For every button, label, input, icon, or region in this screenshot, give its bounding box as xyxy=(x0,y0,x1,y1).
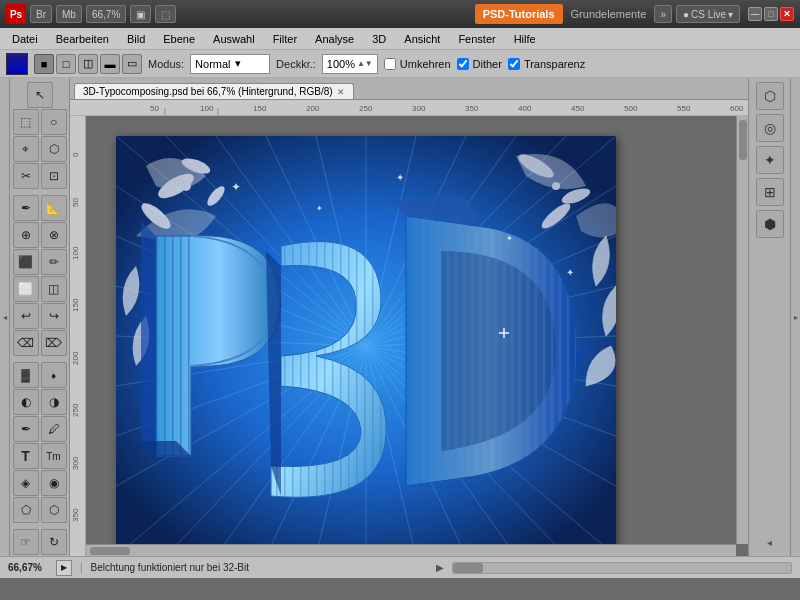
transparenz-checkbox[interactable] xyxy=(508,58,520,70)
shape-option3-btn[interactable]: ▭ xyxy=(122,54,142,74)
layers-panel-btn[interactable]: ⬡ xyxy=(756,82,784,110)
tool-row-1: ↖ xyxy=(27,82,53,108)
zoom-display[interactable]: 66,7 % xyxy=(86,5,126,23)
tab-close-btn[interactable]: ✕ xyxy=(337,87,345,97)
deckraft-label: Deckkr.: xyxy=(276,58,316,70)
brush-tool[interactable]: ⬛ xyxy=(13,249,39,275)
bg-eraser-tool[interactable]: ⌦ xyxy=(41,330,67,356)
burn-tool[interactable]: ◑ xyxy=(41,389,67,415)
art-history-tool[interactable]: ↪ xyxy=(41,303,67,329)
psd-tutorials-tab[interactable]: PSD-Tutorials xyxy=(475,4,563,24)
svg-text:50: 50 xyxy=(71,198,80,207)
lasso-tool[interactable]: ⌖ xyxy=(13,136,39,162)
masks-btn[interactable]: ✦ xyxy=(756,146,784,174)
slice-tool[interactable]: ⊡ xyxy=(41,163,67,189)
paint-bucket-tool[interactable]: ⬧ xyxy=(41,362,67,388)
dither-group: Dither xyxy=(457,58,502,70)
expand-left-panel[interactable]: ◂ xyxy=(0,78,10,556)
foreground-swatch[interactable] xyxy=(6,53,28,75)
dither-checkbox[interactable] xyxy=(457,58,469,70)
ps-icon: Ps xyxy=(6,4,26,24)
menu-datei[interactable]: Datei xyxy=(4,31,46,47)
svg-line-41 xyxy=(366,286,616,346)
svg-point-64 xyxy=(155,169,198,203)
extend-button[interactable]: » xyxy=(654,5,672,23)
crop-tool[interactable]: ✂ xyxy=(13,163,39,189)
direct-selection-tool[interactable]: ◉ xyxy=(41,470,67,496)
svg-text:0: 0 xyxy=(71,152,80,157)
eraser-tool[interactable]: ⌫ xyxy=(13,330,39,356)
properties-btn[interactable]: ⬢ xyxy=(756,210,784,238)
svg-text:100: 100 xyxy=(71,246,80,260)
menubar: Datei Bearbeiten Bild Ebene Auswahl Filt… xyxy=(0,28,800,50)
menu-bearbeiten[interactable]: Bearbeiten xyxy=(48,31,117,47)
pen-tool[interactable]: ✒ xyxy=(13,416,39,442)
transform-btn[interactable]: ⊞ xyxy=(756,178,784,206)
healing-tool[interactable]: ⊕ xyxy=(13,222,39,248)
svg-line-35 xyxy=(366,136,466,346)
menu-auswahl[interactable]: Auswahl xyxy=(205,31,263,47)
menu-analyse[interactable]: Analyse xyxy=(307,31,362,47)
svg-text:50: 50 xyxy=(150,104,159,113)
expand-right-arrow[interactable]: ◂ xyxy=(767,537,772,548)
patch-tool[interactable]: ⊗ xyxy=(41,222,67,248)
status-options-btn[interactable]: ▶ xyxy=(56,560,72,576)
history-brush-tool[interactable]: ↩ xyxy=(13,303,39,329)
screen-mode-button[interactable]: ⬚ xyxy=(155,5,176,23)
maximize-button[interactable]: □ xyxy=(764,7,778,21)
eyedropper-tool[interactable]: ✒ xyxy=(13,195,39,221)
menu-ebene[interactable]: Ebene xyxy=(155,31,203,47)
menu-fenster[interactable]: Fenster xyxy=(450,31,503,47)
shape-option1-btn[interactable]: ◫ xyxy=(78,54,98,74)
status-scrollbar[interactable] xyxy=(452,562,792,574)
svg-line-56 xyxy=(116,346,366,556)
pattern-tool[interactable]: ◫ xyxy=(41,276,67,302)
ruler-tool[interactable]: 📐 xyxy=(41,195,67,221)
clone-tool[interactable]: ⬜ xyxy=(13,276,39,302)
modus-dropdown[interactable]: Normal ▾ xyxy=(190,54,270,74)
arrangement-button[interactable]: ▣ xyxy=(130,5,151,23)
menu-filter[interactable]: Filter xyxy=(265,31,305,47)
umkehren-checkbox[interactable] xyxy=(384,58,396,70)
vertical-scrollbar[interactable] xyxy=(736,116,748,544)
dodge-tool[interactable]: ◐ xyxy=(13,389,39,415)
shape-stroke-btn[interactable]: □ xyxy=(56,54,76,74)
mini-button[interactable]: Mb xyxy=(56,5,82,23)
magic-wand-tool[interactable]: ⬡ xyxy=(41,136,67,162)
svg-line-28 xyxy=(116,136,366,346)
canvas-scroll[interactable]: ✦ ✦ ✦ ✦ ✦ xyxy=(86,116,748,556)
menu-bild[interactable]: Bild xyxy=(119,31,153,47)
close-button[interactable]: ✕ xyxy=(780,7,794,21)
menu-3d[interactable]: 3D xyxy=(364,31,394,47)
status-more-btn[interactable]: ▶ xyxy=(436,562,444,573)
adjustments-btn[interactable]: ◎ xyxy=(756,114,784,142)
hand-tool[interactable]: ☞ xyxy=(13,529,39,555)
svg-text:200: 200 xyxy=(306,104,320,113)
text-tool[interactable]: T xyxy=(13,443,39,469)
shape-option2-btn[interactable]: ▬ xyxy=(100,54,120,74)
path-selection-tool[interactable]: ◈ xyxy=(13,470,39,496)
custom-shape-tool[interactable]: ⬡ xyxy=(41,497,67,523)
deckraft-spinner[interactable]: 100% ▲▼ xyxy=(322,54,378,74)
document-tab[interactable]: 3D-Typocomposing.psd bei 66,7% (Hintergr… xyxy=(74,83,354,99)
expand-right-panel[interactable]: ▸ xyxy=(790,78,800,556)
marquee-rect-tool[interactable]: ⬚ xyxy=(13,109,39,135)
svg-text:150: 150 xyxy=(71,298,80,312)
shape-tool[interactable]: ⬠ xyxy=(13,497,39,523)
bridge-button[interactable]: Br xyxy=(30,5,52,23)
freeform-pen-tool[interactable]: 🖊 xyxy=(41,416,67,442)
horizontal-scrollbar[interactable] xyxy=(86,544,736,556)
cslive-button[interactable]: ● CS Live ▾ xyxy=(676,5,740,23)
svg-line-30 xyxy=(216,136,366,346)
menu-ansicht[interactable]: Ansicht xyxy=(396,31,448,47)
shape-filled-btn[interactable]: ■ xyxy=(34,54,54,74)
minimize-button[interactable]: — xyxy=(748,7,762,21)
menu-hilfe[interactable]: Hilfe xyxy=(506,31,544,47)
move-tool[interactable]: ↖ xyxy=(27,82,53,108)
marquee-ellipse-tool[interactable]: ○ xyxy=(41,109,67,135)
text-mask-tool[interactable]: Tm xyxy=(41,443,67,469)
svg-point-72 xyxy=(552,182,560,190)
pencil-tool[interactable]: ✏ xyxy=(41,249,67,275)
gradient-tool[interactable]: ▓ xyxy=(13,362,39,388)
rotate-view-tool[interactable]: ↻ xyxy=(41,529,67,555)
